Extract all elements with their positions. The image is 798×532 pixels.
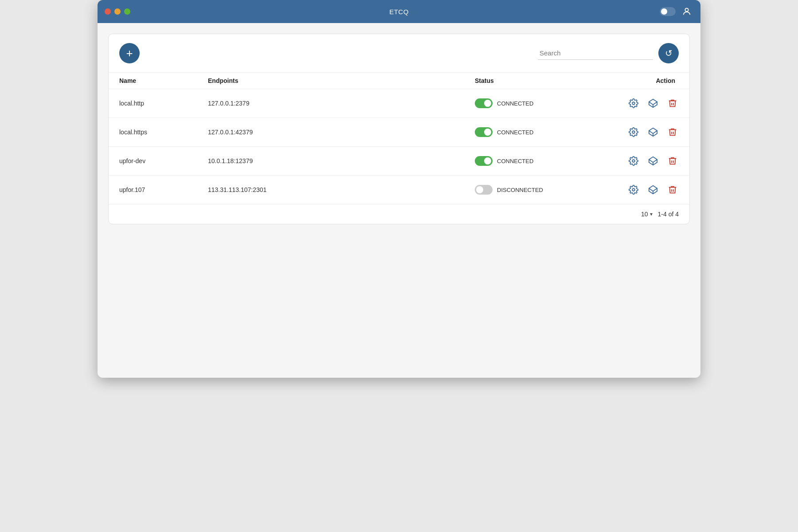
row-actions [608, 97, 679, 110]
settings-icon[interactable] [627, 184, 640, 196]
row-name: upfor.107 [119, 186, 208, 193]
refresh-button[interactable]: ↺ [658, 43, 679, 63]
settings-icon[interactable] [627, 97, 640, 110]
row-actions [608, 184, 679, 196]
svg-point-0 [685, 8, 688, 12]
search-input[interactable] [538, 47, 653, 60]
row-endpoint: 127.0.0.1:2379 [208, 100, 475, 107]
col-header-name: Name [119, 77, 208, 84]
delete-icon[interactable] [666, 97, 679, 110]
table-row: local.http 127.0.0.1:2379 CONNECTED [109, 89, 689, 118]
main-window: ETCQ + [98, 0, 700, 378]
row-actions [608, 155, 679, 167]
col-header-endpoints: Endpoints [208, 77, 475, 84]
row-endpoint: 10.0.1.18:12379 [208, 157, 475, 164]
theme-toggle[interactable] [660, 7, 676, 16]
delete-icon[interactable] [666, 155, 679, 167]
settings-icon[interactable] [627, 155, 640, 167]
table-row: local.https 127.0.0.1:42379 CONNECTED [109, 118, 689, 147]
user-icon-button[interactable] [680, 5, 693, 18]
row-name: local.https [119, 129, 208, 136]
pagination-text: 1-4 of 4 [658, 211, 679, 218]
user-icon [682, 7, 692, 16]
svg-point-7 [632, 160, 635, 162]
traffic-lights [105, 8, 130, 15]
card-header: + ↺ [109, 34, 689, 72]
titlebar: ETCQ [98, 0, 700, 23]
delete-icon[interactable] [666, 184, 679, 196]
row-endpoint: 113.31.113.107:2301 [208, 186, 475, 193]
app-title: ETCQ [389, 8, 409, 16]
maximize-button[interactable] [124, 8, 130, 15]
row-status-cell: DISCONNECTED [475, 185, 608, 195]
row-name: local.http [119, 100, 208, 107]
row-status-cell: CONNECTED [475, 156, 608, 166]
status-toggle[interactable] [475, 98, 493, 108]
svg-point-4 [632, 131, 635, 133]
status-text: CONNECTED [497, 158, 533, 164]
cube-icon[interactable] [647, 184, 659, 196]
table-body: local.http 127.0.0.1:2379 CONNECTED [109, 89, 689, 204]
status-toggle[interactable] [475, 185, 493, 195]
status-toggle[interactable] [475, 127, 493, 137]
cube-icon[interactable] [647, 155, 659, 167]
status-text: CONNECTED [497, 100, 533, 107]
close-button[interactable] [105, 8, 111, 15]
cube-icon[interactable] [647, 126, 659, 138]
main-card: + ↺ Name Endpoints Status Action [108, 34, 690, 224]
table-row: upfor-dev 10.0.1.18:12379 CONNECTED [109, 147, 689, 176]
status-toggle[interactable] [475, 156, 493, 166]
row-actions [608, 126, 679, 138]
search-area: ↺ [538, 43, 679, 63]
col-header-status: Status [475, 77, 608, 84]
add-button[interactable]: + [119, 43, 140, 63]
row-status-cell: CONNECTED [475, 98, 608, 108]
row-name: upfor-dev [119, 157, 208, 164]
svg-point-10 [632, 188, 635, 191]
status-text: CONNECTED [497, 129, 533, 136]
titlebar-actions [660, 5, 693, 18]
rows-per-page: 10 ▾ [641, 211, 653, 218]
row-endpoint: 127.0.0.1:42379 [208, 129, 475, 136]
table-footer: 10 ▾ 1-4 of 4 [109, 204, 689, 224]
table-row: upfor.107 113.31.113.107:2301 DISCONNECT… [109, 176, 689, 204]
content-area: + ↺ Name Endpoints Status Action [98, 23, 700, 378]
status-text: DISCONNECTED [497, 187, 543, 193]
cube-icon[interactable] [647, 97, 659, 110]
col-header-action: Action [608, 77, 679, 84]
minimize-button[interactable] [114, 8, 121, 15]
delete-icon[interactable] [666, 126, 679, 138]
dropdown-arrow-icon[interactable]: ▾ [650, 211, 653, 217]
search-input-wrap [538, 47, 653, 60]
settings-icon[interactable] [627, 126, 640, 138]
table-header: Name Endpoints Status Action [109, 72, 689, 89]
svg-point-1 [632, 102, 635, 105]
row-status-cell: CONNECTED [475, 127, 608, 137]
